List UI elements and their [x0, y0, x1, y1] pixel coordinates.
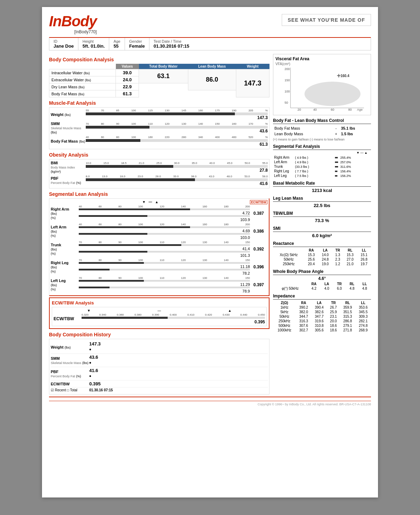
obesity-pbf-bar-row [86, 178, 268, 181]
reactance-5-ll: 15.1 [357, 253, 371, 257]
wbpa-title: Whole Body Phase Angle [273, 269, 371, 275]
seg-fat-la-label: Left Arm [273, 160, 294, 164]
dlm-value: 22.9 [116, 83, 139, 90]
seg-la-pct-track [79, 233, 250, 235]
mfa-weight-bar-row [86, 112, 268, 115]
seg-ll-lbs-fill [79, 280, 144, 282]
right-panel: Visceral Fat Area VFA(cm²) 200 150 100 5… [273, 54, 371, 394]
dlm-label: Dry Lean Mass (lbs) [49, 83, 116, 90]
imp-5-la: 382.6 [312, 310, 327, 314]
seg-fat-ra-pct: 255.4% [339, 155, 371, 160]
ecwtbw-row: ECW/TBW 0.3200.3400.3600.3800.3900.4000.… [54, 313, 265, 324]
obesity-pbf-scale: 8.013.018.023.028.033.038.043.048.053.05… [86, 175, 268, 178]
seg-ll-bars: 708090100110120130140150 11.29 78.9 [79, 276, 250, 293]
mfa-smm-bar-row [86, 126, 268, 129]
hist-date-value: 01.30.16 07:15 [89, 388, 117, 392]
patient-age: Age 55 [109, 38, 125, 50]
obesity-section: BMIBody Mass Index (kg/m²) 10.015.018.52… [49, 159, 270, 188]
hist-ecwtbw-value: 0.395 [89, 381, 117, 386]
seg-fat-tr-bar [334, 164, 339, 169]
bmr-value: 1213 kcal [273, 188, 371, 193]
reactance-50-tr: 2.3 [332, 257, 343, 262]
reactance-250-ll: 19.7 [357, 262, 371, 266]
seg-fat-la-pct: 257.0% [339, 160, 371, 164]
seg-la-scale: 406080100120140160180200 [79, 223, 250, 226]
bmr-section: Basal Metabolic Rate 1213 kcal [273, 181, 371, 193]
imp-50-freq: 50kHz [273, 314, 296, 319]
imp-th-rl: RL [340, 301, 356, 305]
wbpa-th-ra: RA [307, 282, 320, 286]
footer-divider [49, 397, 371, 397]
svg-text:200: 200 [285, 67, 290, 71]
svg-text:80: 80 [348, 108, 352, 111]
seg-fat-tr: Trunk (33.3 lbs ) 311.6% [273, 164, 371, 169]
bca-col-tbw: Total Body Water [139, 64, 188, 69]
seg-la-bars: 406080100120140160180200 4.69 103.0 [79, 223, 250, 240]
header: InBody [InBody770] SEE WHAT YOU'RE MADE … [49, 14, 371, 34]
tbw-value: 63.1 [139, 69, 188, 83]
mfa-weight-fill [86, 112, 235, 115]
logo-area: InBody [InBody770] [49, 14, 97, 34]
reactance-th-tr: TR [332, 248, 343, 253]
mfa-bfm-fill [86, 139, 140, 142]
seg-la-pct-value: 103.0 [79, 235, 250, 240]
imp-1000-tr: 18.6 [327, 328, 340, 332]
seg-rl-scale: 708090100110120130140150 [79, 259, 250, 262]
height-label: Height [83, 39, 105, 43]
hist-weight-row: Weight (lbs) 147.3• [51, 341, 268, 354]
imp-1000-rl: 271.8 [340, 328, 356, 332]
imp-50-tr: 23.1 [327, 314, 340, 319]
impedance-section: Impedance Z(Ω) RA LA TR RL LL [273, 294, 371, 332]
seg-fat-rl-lbs: ( 7.7 lbs ) [294, 169, 334, 173]
bfm-control-value: 35.1 lbs [340, 126, 370, 131]
mfa-weight-value: 147.3 [86, 115, 268, 120]
ecwtbw-section: ECW/TBW Analysis ▼—▲ ECW/TBW 0.3200.3400… [49, 297, 270, 329]
imp-250-rl: 286.8 [340, 319, 356, 323]
vfa-section: Visceral Fat Area VFA(cm²) 200 150 100 5… [273, 54, 371, 115]
bfm-control-row: Body Fat Mass - 35.1 lbs [274, 126, 370, 131]
seg-fat-ra-lbs: ( 4.9 lbs ) [294, 155, 334, 160]
seg-fat-ra-label: Right Arm [273, 155, 294, 160]
height-value: 5ft. 01.0in. [83, 43, 105, 49]
obesity-pbf-label: PBFPercent Body Fat (%) [51, 176, 86, 185]
reactance-250-ra: 20.4 [304, 262, 318, 266]
tbw-lbm-section: TBW/LBM 73.3 % [273, 211, 371, 223]
hist-ecwtbw-label: ECW/TBW [51, 382, 89, 386]
svg-text:160.4: 160.4 [341, 74, 349, 78]
bca-col-values: Values [116, 64, 139, 69]
imp-5-tr: 25.9 [327, 310, 340, 314]
bfm-value: 61.3 [116, 90, 139, 97]
svg-point-11 [304, 82, 360, 106]
gender-label: Gender [129, 39, 145, 43]
obesity-pbf-row: PBFPercent Body Fat (%) 8.013.018.023.02… [51, 175, 268, 186]
gender-value: Female [129, 43, 145, 49]
mfa-smm-bar-area: 708090100110120130140150160170% 43.6 [86, 122, 268, 133]
obesity-pbf-track [86, 178, 268, 181]
seg-right-leg-row: Right Leg(lbs)(%) 7080901001101201301401… [51, 259, 267, 275]
page: InBody [InBody770] SEE WHAT YOU'RE MADE … [42, 7, 378, 497]
mfa-smm-row: SMMSkeletal Muscle Mass (lbs) 7080901001… [51, 122, 268, 134]
svg-text:20: 20 [298, 108, 301, 111]
impedance-header: Z(Ω) RA LA TR RL LL [273, 301, 371, 305]
seg-fat-table: Right Arm ( 4.9 lbs ) 255.4% Left Arm ( … [273, 155, 371, 178]
seg-trunk-lbs-fill [79, 244, 181, 246]
imp-50-ra: 344.7 [296, 314, 312, 319]
imp-500-la: 310.8 [312, 323, 327, 328]
seg-fat-tr-lbs: (33.3 lbs ) [294, 164, 334, 169]
datetime-value: 01.30.2016 07:15 [154, 43, 189, 49]
mfa-title: Muscle-Fat Analysis [49, 100, 270, 106]
reactance-th-ll: LL [357, 248, 371, 253]
obesity-bmi-bar-area: 10.015.018.521.025.030.035.040.045.050.0… [86, 162, 268, 173]
banner: SEE WHAT YOU'RE MADE OF [282, 14, 371, 26]
vfa-title: Visceral Fat Area [275, 56, 369, 61]
mfa-weight-label: Weight (lbs) [51, 112, 86, 117]
seg-ra-lbs-track [79, 208, 250, 210]
vfa-subtitle: VFA(cm²) [275, 62, 369, 66]
seg-rl-lbs-track [79, 262, 250, 264]
seg-la-label: Left Arm(lbs)(%) [51, 225, 79, 238]
mfa-smm-scale: 708090100110120130140150160170% [86, 122, 268, 125]
seg-la-ecwtbw: 0.386 [250, 229, 267, 234]
imp-1000-ra: 302.7 [296, 328, 312, 332]
seg-trunk-lbs-track [79, 244, 250, 246]
reactance-row-250: 250kHz 20.4 19.0 1.2 21.0 19.7 [273, 262, 371, 266]
